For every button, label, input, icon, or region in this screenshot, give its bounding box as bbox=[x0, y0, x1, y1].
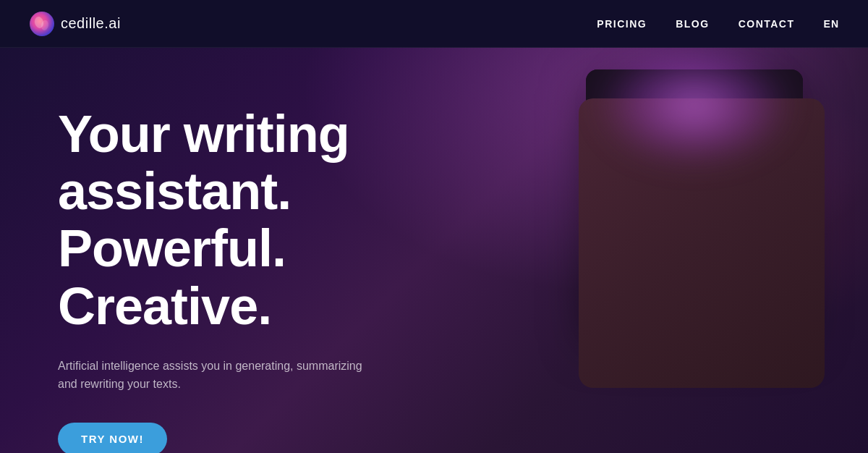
hero-subtitle: Artificial intelligence assists you in g… bbox=[58, 357, 369, 394]
try-now-button[interactable]: TRY NOW! bbox=[58, 423, 167, 453]
navbar: cedille.ai PRICING BLOG CONTACT EN bbox=[0, 0, 868, 48]
glow-decoration bbox=[600, 48, 788, 164]
nav-language[interactable]: EN bbox=[824, 18, 839, 30]
logo[interactable]: cedille.ai bbox=[29, 11, 121, 37]
nav-contact[interactable]: CONTACT bbox=[739, 18, 795, 30]
hero-section: Your writing assistant. Powerful. Creati… bbox=[0, 48, 868, 453]
logo-icon bbox=[29, 11, 55, 37]
nav-pricing[interactable]: PRICING bbox=[597, 18, 647, 30]
logo-text: cedille.ai bbox=[61, 15, 121, 32]
hero-visual: ▯ bbox=[550, 69, 825, 417]
nav-links: PRICING BLOG CONTACT EN bbox=[597, 18, 839, 30]
nav-blog[interactable]: BLOG bbox=[676, 18, 709, 30]
